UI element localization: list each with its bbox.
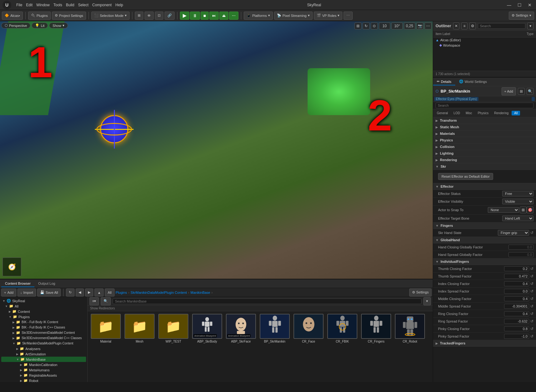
- hand-spread-input[interactable]: [508, 252, 533, 257]
- add-component-button[interactable]: + Add: [502, 87, 516, 95]
- cb-forward-button[interactable]: ▶: [85, 288, 93, 297]
- details-search-btn[interactable]: 🔍: [527, 88, 533, 95]
- vp-icon-btn-3[interactable]: ⊙: [371, 23, 378, 29]
- menu-edit[interactable]: Edit: [26, 3, 33, 7]
- grid-button[interactable]: ⊡: [155, 12, 163, 20]
- cb-settings-button[interactable]: ⚙ Settings: [409, 288, 431, 297]
- reset-hand-state-btn[interactable]: ↺: [530, 231, 533, 235]
- outliner-filter-btn[interactable]: ≡: [461, 23, 467, 29]
- reset-effector-button[interactable]: Reset Effector as Default Editor: [438, 173, 493, 180]
- filter-all[interactable]: All: [512, 111, 520, 115]
- global-settings-button[interactable]: ⚙ Settings ▾: [509, 12, 534, 20]
- tree-skr3d-content[interactable]: ▶ 📁 Skr3DEnvironmentDataModel Content: [1, 330, 86, 335]
- reset-thumb-spread-btn[interactable]: ↺: [530, 274, 533, 278]
- tree-artsimulation[interactable]: ▶ 📁 ArtSimulation: [1, 351, 86, 357]
- reset-pinky-spread-btn[interactable]: ↺: [530, 334, 533, 339]
- section-materials[interactable]: ▶ Materials: [433, 130, 536, 137]
- close-button[interactable]: ✕: [526, 3, 533, 8]
- cb-back-button[interactable]: ◀: [76, 288, 84, 297]
- breadcrumb-plugins[interactable]: Plugins: [116, 291, 127, 294]
- tab-output-log[interactable]: Output Log: [34, 280, 59, 287]
- asset-material[interactable]: 📁 Material: [90, 314, 121, 379]
- cb-up-button[interactable]: ▲: [94, 288, 104, 297]
- tab-details[interactable]: ✏ Details: [433, 78, 455, 85]
- asset-cr-fbik[interactable]: CR_FBIK: [327, 314, 358, 379]
- asset-cr-robot[interactable]: CR_Robot: [394, 314, 426, 379]
- filter-physics[interactable]: Physics: [475, 111, 491, 115]
- tree-registrable[interactable]: ▶ 📁 RegistrableAssets: [1, 373, 86, 378]
- thumb-spread-input[interactable]: [504, 274, 529, 279]
- maximize-button[interactable]: ☐: [516, 3, 523, 8]
- minimize-button[interactable]: —: [505, 3, 513, 8]
- menu-help[interactable]: Help: [115, 3, 123, 7]
- effector-visibility-select[interactable]: Visible: [502, 199, 533, 204]
- filter-general[interactable]: General: [434, 111, 451, 115]
- actor-snap-browse-btn[interactable]: ⊞: [520, 206, 527, 213]
- pinky-spread-input[interactable]: [504, 334, 529, 339]
- asset-bp-skrmanikin[interactable]: BP_SkrManikin: [259, 314, 290, 379]
- cb-add-button[interactable]: + Add: [1, 288, 16, 297]
- tree-skrmanikin-content[interactable]: ▼ 📁 SkrManikinDataModelPlugin Content: [1, 341, 86, 346]
- section-transform[interactable]: ▶ Transform: [433, 117, 536, 124]
- index-closing-input[interactable]: [504, 281, 529, 286]
- section-rendering[interactable]: ▶ Rendering: [433, 157, 536, 163]
- filter-rendering[interactable]: Rendering: [492, 111, 511, 115]
- ring-closing-input[interactable]: [504, 311, 529, 316]
- outliner-search-input[interactable]: [478, 23, 525, 29]
- cb-filter-btn[interactable]: ≡▾: [89, 297, 99, 305]
- tree-manikincalibration[interactable]: ▶ 📁 ManikinCalibration: [1, 362, 86, 367]
- reset-pinky-closing-btn[interactable]: ↺: [530, 327, 533, 331]
- tree-bik-content[interactable]: ▶ 📁 BIK - Full Body IK Content: [1, 319, 86, 325]
- menu-build[interactable]: Build: [66, 3, 74, 7]
- outliner-item-alcas[interactable]: ▲ Alcas (Editor): [433, 38, 536, 43]
- details-layout-btn[interactable]: ⊞: [518, 88, 525, 95]
- project-settings-button[interactable]: ⚙ Project Settings: [52, 12, 86, 20]
- section-lighting[interactable]: ▶ Lighting: [433, 150, 536, 157]
- tab-content-browser[interactable]: Content Browser: [1, 280, 34, 287]
- view-button[interactable]: 👁: [145, 12, 154, 20]
- section-skr[interactable]: ▼ Skr: [433, 163, 536, 170]
- section-physics[interactable]: ▶ Physics: [433, 137, 536, 144]
- cb-search-options-btn[interactable]: ▾: [423, 297, 431, 305]
- reset-ring-closing-btn[interactable]: ↺: [530, 312, 533, 316]
- asset-mesh[interactable]: 📁 Mesh: [124, 314, 155, 379]
- menu-component[interactable]: Component: [92, 3, 112, 7]
- reset-middle-closing-btn[interactable]: ↺: [530, 297, 533, 301]
- cb-sync-button[interactable]: ↻: [66, 288, 74, 297]
- tree-manikinbase[interactable]: ▼ 📁 ManikinBase: [1, 357, 86, 362]
- tree-content[interactable]: ▶ 📁 Content: [1, 309, 86, 314]
- play-button[interactable]: ▶: [180, 12, 189, 20]
- breadcrumb-manikinbase[interactable]: ManikinBase: [191, 291, 210, 294]
- tree-metahumans[interactable]: ▶ 📁 MetaHumans: [1, 367, 86, 373]
- mode-button[interactable]: ⬛ Selection Mode ▾: [91, 12, 130, 20]
- tree-robot[interactable]: ▶ 📁 Robot: [1, 378, 86, 382]
- outliner-search-opts-btn[interactable]: ▾: [527, 23, 533, 29]
- tree-skr3d-cpp[interactable]: ▶ 📁 Skr3DEnvironmentDataModel C++ Classe…: [1, 335, 86, 341]
- reset-middle-spread-btn[interactable]: ↺: [530, 304, 533, 308]
- tree-plugins[interactable]: ▼ 📁 Plugins: [1, 314, 86, 319]
- section-staticmesh[interactable]: ▶ Static Mesh: [433, 124, 536, 130]
- cb-save-all-button[interactable]: 💾 Save All: [37, 288, 61, 297]
- vp-extra-btn[interactable]: ⋯: [425, 23, 431, 29]
- asset-wip[interactable]: 📁 WIP_TEST: [158, 314, 189, 379]
- menu-tools[interactable]: Tools: [54, 3, 62, 7]
- cb-search-input[interactable]: [113, 298, 421, 304]
- outliner-item-workspace[interactable]: ◆ Workspace: [433, 43, 536, 48]
- platforms-button[interactable]: 📱 Platforms ▾: [244, 12, 273, 20]
- vp-roles-button[interactable]: 🎬 VP Roles ▾: [314, 12, 343, 20]
- extras-button[interactable]: ⋯: [344, 12, 353, 20]
- lit-button[interactable]: 💡 Lit: [32, 23, 48, 28]
- perspective-button[interactable]: ⬡ Perspective: [1, 23, 30, 28]
- section-effector[interactable]: ▼ Effector: [433, 183, 536, 190]
- menu-select[interactable]: Select: [78, 3, 88, 7]
- eject-button[interactable]: ⏏: [219, 12, 228, 20]
- viewport[interactable]: 1 2 ⬡ Perspective 💡 Lit Show: [0, 21, 433, 279]
- section-trackedfingers[interactable]: ▶ TrackedFingers: [433, 340, 536, 347]
- asset-cr-face[interactable]: CR_Face: [293, 314, 324, 379]
- skr-hand-state-select[interactable]: Finger grip: [498, 230, 529, 236]
- asset-abp-skrbody[interactable]: Animation Blueprint ABP_SkrBody: [191, 314, 223, 379]
- plugins-button[interactable]: 🔌 Plugins: [28, 12, 51, 20]
- tab-world-settings[interactable]: 🌐 World Settings: [455, 78, 491, 85]
- breadcrumb-plugin-content[interactable]: SkrManikinDataModelPlugin Content: [130, 291, 187, 294]
- section-globalhand[interactable]: ▼ GlobalHand: [433, 237, 536, 243]
